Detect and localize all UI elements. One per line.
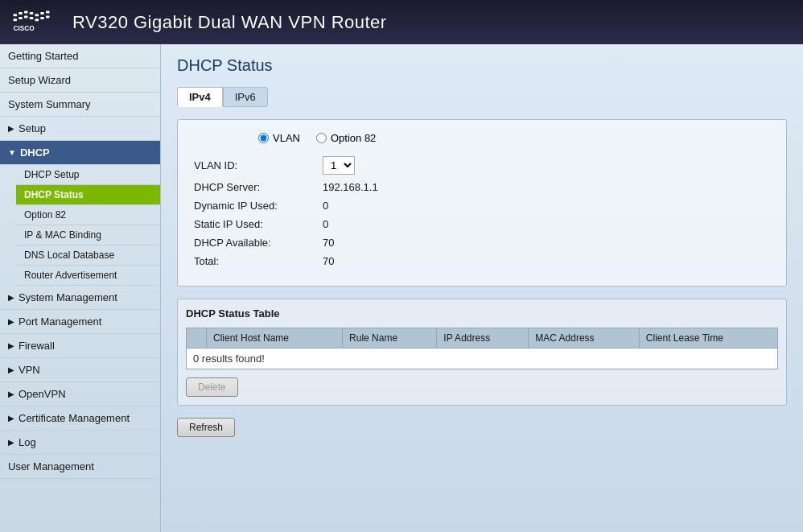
radio-option82[interactable]: Option 82 xyxy=(316,132,376,144)
arrow-icon: ▶ xyxy=(8,317,14,326)
col-checkbox xyxy=(187,328,207,348)
sidebar: Getting Started Setup Wizard System Summ… xyxy=(0,44,161,532)
dhcp-server-label: DHCP Server: xyxy=(194,181,323,193)
static-ip-row: Static IP Used: 0 xyxy=(194,218,770,230)
arrow-icon: ▶ xyxy=(8,124,14,133)
table-actions: Delete xyxy=(186,377,778,397)
vlan-id-row: VLAN ID: 1 2 3 xyxy=(194,156,770,175)
refresh-section: Refresh xyxy=(177,418,787,437)
sidebar-label: Getting Started xyxy=(8,50,78,62)
sidebar-label: Setup Wizard xyxy=(8,74,71,86)
delete-button[interactable]: Delete xyxy=(186,377,238,397)
sidebar-label: Router Advertisement xyxy=(24,270,117,281)
radio-vlan-input[interactable] xyxy=(258,133,269,143)
svg-rect-0 xyxy=(14,14,18,16)
sidebar-item-port-management[interactable]: ▶ Port Management xyxy=(0,310,160,334)
sidebar-label: Log xyxy=(19,436,36,448)
sidebar-item-setup-wizard[interactable]: Setup Wizard xyxy=(0,68,160,93)
sidebar-item-openvpn[interactable]: ▶ OpenVPN xyxy=(0,382,160,406)
sidebar-item-dhcp-status[interactable]: DHCP Status xyxy=(16,185,160,205)
tabs: IPv4 IPv6 xyxy=(177,87,787,107)
sidebar-item-system-management[interactable]: ▶ System Management xyxy=(0,286,160,310)
arrow-icon: ▶ xyxy=(8,293,14,302)
col-client-lease-time: Client Lease Time xyxy=(639,328,777,348)
total-row: Total: 70 xyxy=(194,255,770,267)
arrow-icon: ▶ xyxy=(8,365,14,374)
sidebar-item-dhcp-setup[interactable]: DHCP Setup xyxy=(16,165,160,185)
table-title: DHCP Status Table xyxy=(186,307,778,320)
sidebar-label: OpenVPN xyxy=(19,388,66,400)
sidebar-label: System Summary xyxy=(8,98,91,110)
cisco-logo-icon: CISCO xyxy=(12,6,60,39)
svg-rect-4 xyxy=(35,14,39,16)
svg-rect-6 xyxy=(46,10,50,13)
radio-option82-input[interactable] xyxy=(316,133,327,143)
dhcp-available-value: 70 xyxy=(323,237,334,249)
arrow-icon: ▶ xyxy=(8,341,14,350)
sidebar-label: DHCP Status xyxy=(24,189,84,200)
svg-rect-3 xyxy=(30,11,34,14)
svg-text:CISCO: CISCO xyxy=(14,25,35,32)
sidebar-item-option-82[interactable]: Option 82 xyxy=(16,205,160,225)
sidebar-item-router-advertisement[interactable]: Router Advertisement xyxy=(16,266,160,286)
table-no-results-row: 0 results found! xyxy=(187,348,778,369)
static-ip-label: Static IP Used: xyxy=(194,218,323,230)
sidebar-item-setup[interactable]: ▶ Setup xyxy=(0,117,160,141)
sidebar-item-certificate-management[interactable]: ▶ Certificate Management xyxy=(0,406,160,431)
svg-rect-7 xyxy=(14,19,18,21)
sidebar-label: System Management xyxy=(19,291,117,303)
dynamic-ip-row: Dynamic IP Used: 0 xyxy=(194,200,770,212)
svg-rect-1 xyxy=(19,11,23,14)
svg-rect-10 xyxy=(30,16,34,19)
sidebar-sub-dhcp: DHCP Setup DHCP Status Option 82 IP & MA… xyxy=(0,165,160,286)
sidebar-item-dhcp[interactable]: ▼ DHCP xyxy=(0,141,160,165)
sidebar-item-vpn[interactable]: ▶ VPN xyxy=(0,358,160,382)
radio-vlan-label: VLAN xyxy=(273,132,300,144)
sidebar-label: Certificate Management xyxy=(19,412,130,424)
sidebar-label: Port Management xyxy=(19,315,101,328)
sidebar-item-dns-local-database[interactable]: DNS Local Database xyxy=(16,245,160,266)
radio-vlan[interactable]: VLAN xyxy=(258,132,300,144)
sidebar-item-log[interactable]: ▶ Log xyxy=(0,431,160,455)
layout: Getting Started Setup Wizard System Summ… xyxy=(0,44,803,532)
header-title: RV320 Gigabit Dual WAN VPN Router xyxy=(72,12,387,33)
radio-option82-label: Option 82 xyxy=(331,132,376,144)
vlan-id-label: VLAN ID: xyxy=(194,159,323,171)
dhcp-status-table-section: DHCP Status Table Client Host Name Rule … xyxy=(177,299,787,406)
sidebar-item-user-management[interactable]: User Management xyxy=(0,455,160,479)
dhcp-available-label: DHCP Available: xyxy=(194,237,323,249)
dhcp-server-value: 192.168.1.1 xyxy=(323,181,378,193)
sidebar-item-getting-started[interactable]: Getting Started xyxy=(0,44,160,68)
dhcp-info-box: VLAN Option 82 VLAN ID: 1 2 3 DHCP Serve… xyxy=(177,119,787,287)
col-rule-name: Rule Name xyxy=(343,328,437,348)
sidebar-item-firewall[interactable]: ▶ Firewall xyxy=(0,334,160,358)
tab-ipv4[interactable]: IPv4 xyxy=(177,87,223,107)
sidebar-label: VPN xyxy=(19,364,40,376)
static-ip-value: 0 xyxy=(323,218,328,230)
dhcp-table: Client Host Name Rule Name IP Address MA… xyxy=(186,328,778,369)
no-results-text: 0 results found! xyxy=(193,348,265,369)
dynamic-ip-label: Dynamic IP Used: xyxy=(194,200,323,212)
sidebar-label: IP & MAC Binding xyxy=(24,229,101,241)
refresh-button[interactable]: Refresh xyxy=(177,418,235,437)
svg-rect-12 xyxy=(40,16,44,19)
tab-ipv6[interactable]: IPv6 xyxy=(223,87,268,107)
sidebar-label: Firewall xyxy=(19,340,55,352)
dhcp-server-row: DHCP Server: 192.168.1.1 xyxy=(194,181,770,193)
svg-rect-8 xyxy=(19,16,23,19)
sidebar-label: DHCP xyxy=(20,146,50,159)
svg-rect-13 xyxy=(46,15,50,18)
col-client-host-name: Client Host Name xyxy=(207,328,343,348)
svg-rect-9 xyxy=(24,15,28,18)
sidebar-label: DHCP Setup xyxy=(24,169,79,180)
sidebar-item-system-summary[interactable]: System Summary xyxy=(0,93,160,117)
sidebar-item-ip-mac-binding[interactable]: IP & MAC Binding xyxy=(16,225,160,245)
vlan-id-select[interactable]: 1 2 3 xyxy=(323,156,355,175)
arrow-icon: ▶ xyxy=(8,438,14,447)
arrow-icon: ▶ xyxy=(8,390,14,398)
col-mac-address: MAC Address xyxy=(529,328,640,348)
arrow-icon: ▶ xyxy=(8,414,14,423)
total-label: Total: xyxy=(194,255,323,267)
col-ip-address: IP Address xyxy=(437,328,529,348)
sidebar-label: DNS Local Database xyxy=(24,250,114,261)
